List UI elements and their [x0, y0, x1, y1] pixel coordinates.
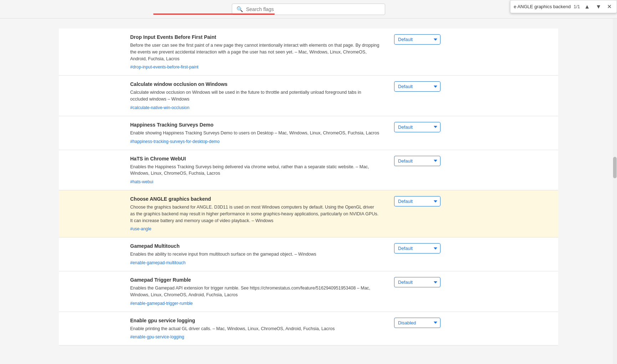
flag-title: Calculate window occlusion on Windows: [130, 81, 380, 87]
flag-item: HaTS in Chrome WebUIEnables the Happines…: [59, 150, 558, 191]
flag-description: Enable printing the actual GL driver cal…: [130, 325, 380, 332]
flag-control: DefaultEnabledDisabled: [394, 196, 440, 206]
flag-item: Gamepad Trigger RumbleEnables the Gamepa…: [59, 271, 558, 312]
flag-description: Enable showing Happiness Tracking Survey…: [130, 130, 380, 137]
find-bar: e ANGLE graphics backend 1/1 ▲ ▼ ✕: [510, 0, 617, 13]
flag-description: Enables the ability to receive input fro…: [130, 251, 380, 258]
flag-item: Happiness Tracking Surveys DemoEnable sh…: [59, 116, 558, 150]
flag-control: DefaultEnabledDisabled: [394, 122, 440, 132]
flag-link[interactable]: #enable-gamepad-trigger-rumble: [130, 301, 193, 306]
flag-control: DefaultEnabledDisabled: [394, 243, 440, 253]
flag-content: Drop Input Events Before First PaintBefo…: [130, 34, 380, 70]
find-bar-query: e ANGLE graphics backend: [514, 4, 571, 9]
flag-content: Calculate window occlusion on WindowsCal…: [130, 81, 380, 110]
flag-control: DefaultEnabledDisabled: [394, 34, 440, 45]
flag-control: DefaultEnabledDisabled: [394, 81, 440, 92]
flag-control: DefaultEnabledDisabled: [394, 318, 440, 328]
flag-select[interactable]: DefaultEnabledDisabled: [394, 318, 440, 328]
flag-control: DefaultEnabledDisabled: [394, 156, 440, 166]
flag-link[interactable]: #hats-webui: [130, 179, 153, 184]
flag-select[interactable]: DefaultEnabledDisabled: [394, 277, 440, 287]
flag-content: Enable gpu service loggingEnable printin…: [130, 318, 380, 340]
flags-main-content: Drop Input Events Before First PaintBefo…: [59, 21, 558, 360]
flag-content: Gamepad Trigger RumbleEnables the Gamepa…: [130, 277, 380, 306]
flag-content: HaTS in Chrome WebUIEnables the Happines…: [130, 156, 380, 185]
flag-select[interactable]: DefaultEnabledDisabled: [394, 156, 440, 166]
flag-title: Choose ANGLE graphics backend: [130, 196, 380, 202]
flag-description: Enables the Happiness Tracking Surveys b…: [130, 164, 380, 177]
flag-content: Gamepad MultitouchEnables the ability to…: [130, 243, 380, 265]
flag-link[interactable]: #enable-gpu-service-logging: [130, 334, 184, 339]
flag-item: Calculate window occlusion on WindowsCal…: [59, 76, 558, 116]
find-bar-count: 1/1: [573, 4, 580, 9]
flag-title: Drop Input Events Before First Paint: [130, 34, 380, 40]
flag-title: Happiness Tracking Surveys Demo: [130, 122, 380, 128]
flag-title: Enable gpu service logging: [130, 318, 380, 323]
find-next-button[interactable]: ▼: [594, 3, 603, 11]
flag-select[interactable]: DefaultEnabledDisabled: [394, 122, 440, 132]
flag-select[interactable]: DefaultEnabledDisabled: [394, 81, 440, 92]
flag-link[interactable]: #use-angle: [130, 226, 151, 231]
flag-description: Before the user can see the first paint …: [130, 42, 380, 62]
flag-select[interactable]: DefaultEnabledDisabled: [394, 243, 440, 253]
search-underline: [153, 14, 275, 15]
flag-title: Gamepad Trigger Rumble: [130, 277, 380, 283]
flag-list: Drop Input Events Before First PaintBefo…: [59, 29, 558, 345]
scrollbar-track[interactable]: [613, 19, 617, 360]
scrollbar-thumb[interactable]: [613, 157, 617, 178]
flag-description: Enables the Gamepad API extension for tr…: [130, 285, 380, 298]
flag-control: DefaultEnabledDisabled: [394, 277, 440, 287]
flag-item: Drop Input Events Before First PaintBefo…: [59, 29, 558, 76]
flag-title: Gamepad Multitouch: [130, 243, 380, 249]
flag-content: Choose ANGLE graphics backendChoose the …: [130, 196, 380, 231]
flag-link[interactable]: #happiness-tracking-surveys-for-desktop-…: [130, 139, 220, 144]
find-prev-button[interactable]: ▲: [583, 3, 591, 11]
flag-link[interactable]: #enable-gamepad-multitouch: [130, 260, 185, 265]
flag-title: HaTS in Chrome WebUI: [130, 156, 380, 162]
flag-description: Calculate window occlusion on Windows wi…: [130, 89, 380, 103]
search-icon: 🔍: [236, 6, 243, 12]
find-close-button[interactable]: ✕: [606, 2, 613, 11]
flag-item: Gamepad MultitouchEnables the ability to…: [59, 237, 558, 271]
flag-link[interactable]: #calculate-native-win-occlusion: [130, 105, 189, 110]
search-box: 🔍: [232, 4, 385, 15]
flag-item: Choose ANGLE graphics backendChoose the …: [59, 190, 558, 237]
flag-select[interactable]: DefaultEnabledDisabled: [394, 34, 440, 45]
flag-item: Enable gpu service loggingEnable printin…: [59, 312, 558, 346]
flag-description: Choose the graphics backend for ANGLE. D…: [130, 204, 380, 224]
flag-select[interactable]: DefaultEnabledDisabled: [394, 196, 440, 206]
search-input[interactable]: [246, 6, 381, 12]
flag-content: Happiness Tracking Surveys DemoEnable sh…: [130, 122, 380, 144]
flag-link[interactable]: #drop-input-events-before-first-paint: [130, 65, 198, 70]
